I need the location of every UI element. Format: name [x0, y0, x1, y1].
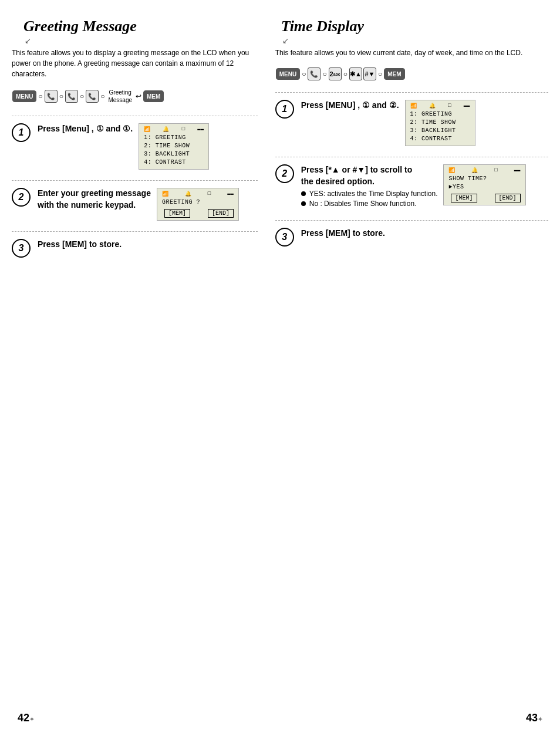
- r-step-3-text: Press [MEM] to store.: [301, 228, 548, 239]
- r-sep-2: [275, 157, 548, 157]
- r-step-2-text: Press [*▲ or #▼] to scroll tothe desired…: [301, 164, 438, 187]
- sep-1: [12, 116, 258, 116]
- mem-end-btns: [MEM] [END]: [164, 209, 234, 218]
- r-phone-icon-1: 📞: [308, 67, 321, 80]
- left-deco: ↙: [25, 36, 258, 45]
- r-lcd-icons: 📶🔔□▬▬: [410, 103, 470, 109]
- phone-icon-2: 📞: [65, 90, 78, 103]
- r-step-2-lcd: 📶🔔□▬▬ SHOW TIME? ►YES [MEM] [END]: [443, 164, 525, 205]
- left-button-sequence: MENU ○ 📞 ○ 📞 ○ 📞 ○ GreetingMessage ↩ MEM: [12, 89, 258, 104]
- r-step-1-text: Press [MENU] , ① and ②.: [301, 100, 399, 112]
- page-number-right: 43✦: [526, 712, 542, 724]
- r-step-2-circle: 2: [275, 164, 294, 183]
- step-1-content: Press [Menu] , ① and ①. 📶🔔□▬▬ 1: GREETIN…: [38, 123, 258, 170]
- phone-icon-3: 📞: [86, 90, 99, 103]
- step-2-lcd: 📶🔔□▬▬ GREETING ? [MEM] [END]: [157, 188, 239, 221]
- r-step-2-block: 2 Press [*▲ or #▼] to scroll tothe desir…: [275, 164, 548, 210]
- left-section-title: Greeting Message: [23, 18, 137, 35]
- bullet-dot-yes: [301, 191, 306, 196]
- step-3-text: Press [MEM] to store.: [38, 239, 258, 251]
- step-1-block: 1 Press [Menu] , ① and ①. 📶🔔□▬▬ 1: GREET…: [12, 123, 258, 170]
- right-column: Time Display ↙ This feature allows you t…: [269, 18, 548, 718]
- lcd-icons: 📶🔔□▬▬: [144, 126, 204, 133]
- sep-2: [12, 180, 258, 181]
- r-lcd-icons-2: 📶🔔□▬▬: [448, 167, 520, 174]
- r-step-1-lcd: 📶🔔□▬▬ 1: GREETING 2: TIME SHOW 3: BACKLI…: [405, 100, 475, 146]
- right-section-title: Time Display: [281, 18, 364, 35]
- greeting-label: GreetingMessage: [108, 89, 132, 104]
- r-step-3-content: Press [MEM] to store.: [301, 228, 548, 242]
- phone-icon-1: 📞: [45, 90, 58, 103]
- r-step-3-circle: 3: [275, 228, 294, 247]
- sep-3: [12, 231, 258, 232]
- step-2-circle: 2: [12, 188, 31, 207]
- step-2-content: Enter your greeting messagewith the nume…: [38, 188, 258, 221]
- step-3-circle: 3: [12, 239, 31, 258]
- page-number-left: 42✦: [18, 712, 34, 724]
- r-icon-2: 2abc: [329, 67, 342, 80]
- rmem-btn-seq: MEM: [384, 68, 404, 80]
- r-star-btn: ✱▲: [349, 67, 362, 80]
- left-column: Greeting Message ↙ This feature allows y…: [12, 18, 269, 718]
- step-1-circle: 1: [12, 123, 31, 142]
- r-step-1-block: 1 Press [MENU] , ① and ②. 📶🔔□▬▬ 1: GREET…: [275, 100, 548, 146]
- r-mem-end-btns: [MEM] [END]: [451, 194, 520, 202]
- r-step-1-circle: 1: [275, 100, 294, 119]
- mem-btn-seq: MEM: [143, 90, 164, 102]
- r-step-3-block: 3 Press [MEM] to store.: [275, 228, 548, 247]
- r-hash-btn: #▼: [363, 67, 376, 80]
- r-sep-3: [275, 220, 548, 221]
- bullet-no: No : Disables Time Show function.: [301, 200, 438, 208]
- r-step-1-content: Press [MENU] , ① and ②. 📶🔔□▬▬ 1: GREETIN…: [301, 100, 548, 146]
- step-3-block: 3 Press [MEM] to store.: [12, 239, 258, 258]
- menu-btn: MENU: [12, 90, 36, 102]
- rmenu-btn: MENU: [276, 68, 300, 80]
- lcd-icons-2: 📶🔔□▬▬: [162, 191, 234, 197]
- step-2-text: Enter your greeting messagewith the nume…: [38, 188, 151, 211]
- right-description: This feature allows you to view current …: [275, 48, 548, 58]
- left-description: This feature allows you to display a gre…: [12, 48, 258, 79]
- r-step-2-content: Press [*▲ or #▼] to scroll tothe desired…: [301, 164, 548, 210]
- step-1-lcd: 📶🔔□▬▬ 1: GREETING 2: TIME SHOW 3: BACKLI…: [139, 123, 209, 170]
- step-2-block: 2 Enter your greeting messagewith the nu…: [12, 188, 258, 221]
- step-3-content: Press [MEM] to store.: [38, 239, 258, 253]
- step-1-text: Press [Menu] , ① and ①.: [38, 123, 133, 135]
- r-sep-1: [275, 92, 548, 93]
- bullet-yes: YES: activates the Time Display function…: [301, 190, 438, 198]
- right-button-sequence: MENU ○ 📞 ○ 2abc ○ ✱▲ #▼ ○ MEM: [275, 67, 548, 80]
- bullet-dot-no: [301, 201, 306, 206]
- right-deco: ↙: [282, 36, 548, 45]
